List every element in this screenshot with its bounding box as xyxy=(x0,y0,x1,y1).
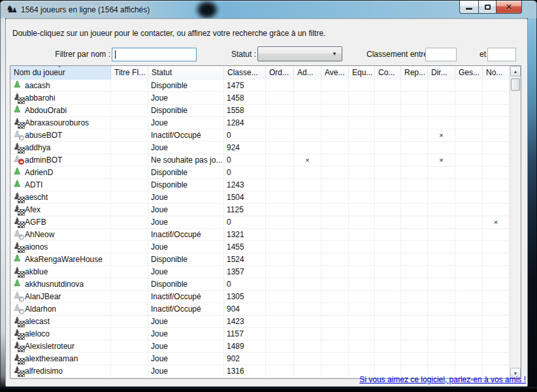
column-header-ord[interactable]: Ord... xyxy=(266,66,294,80)
title-bar[interactable]: ♞ ♟ 1564 joueurs en ligne (1564 affichés… xyxy=(0,0,537,18)
share-link[interactable]: Si vous aimez ce logiciel, parlez-en à v… xyxy=(359,375,526,384)
cell-name: ♟Aldarhon xyxy=(10,303,111,315)
table-row[interactable]: ♟adminBOTNe souhaite pas jo...0×× xyxy=(10,154,510,167)
green-pawn-icon: ♟ xyxy=(12,254,23,265)
maximize-button[interactable] xyxy=(478,1,496,14)
scrollbar-thumb[interactable] xyxy=(511,78,520,91)
filter-name-input[interactable] xyxy=(112,48,197,61)
table-row[interactable]: ♟AldarhonInactif/Occupé904 xyxy=(10,303,510,316)
cell-ges xyxy=(455,241,483,253)
table-row[interactable]: ♟AbdouOrabiDisponible1558 xyxy=(10,105,510,117)
cell-titre xyxy=(111,365,148,377)
cell-ges xyxy=(455,105,483,116)
column-header-statut[interactable]: Statut xyxy=(148,66,224,80)
minimize-button[interactable] xyxy=(459,1,478,14)
cell-ave xyxy=(321,216,349,228)
table-row[interactable]: ♟akblueJoue1357 xyxy=(10,266,510,278)
column-header-rep[interactable]: Rep... xyxy=(401,66,428,80)
classement-min-input[interactable] xyxy=(425,48,457,61)
column-header-ave[interactable]: Ave... xyxy=(321,66,349,80)
cell-classe: 904 xyxy=(224,303,266,315)
table-row[interactable]: ♟alelocoJoue1157 xyxy=(10,328,510,340)
cell-rep xyxy=(401,191,428,203)
cell-classe: 1423 xyxy=(224,316,266,327)
column-header-no[interactable]: No... xyxy=(483,66,510,80)
table-row[interactable]: ♟AlexisletroteurJoue1489 xyxy=(10,340,510,353)
statut-dropdown[interactable]: ▼ xyxy=(257,46,342,61)
column-header-name[interactable]: Nom du joueur▼ xyxy=(10,66,111,80)
filter-name-label: Filtrer par nom : xyxy=(19,50,110,59)
vertical-scrollbar[interactable]: ▲ ▼ xyxy=(510,66,521,378)
column-header-dir[interactable]: Dir... xyxy=(428,66,455,80)
close-button[interactable]: ✕ xyxy=(496,1,522,14)
column-header-co[interactable]: Co... xyxy=(375,66,401,80)
table-row[interactable]: ♟alecastJoue1423 xyxy=(10,316,510,328)
table-row[interactable]: ♟aacashDisponible1475 xyxy=(10,80,510,92)
column-header-classe[interactable]: Classe... xyxy=(224,66,266,80)
cell-rep xyxy=(401,92,428,104)
cell-titre xyxy=(111,291,148,302)
green-pawn-icon: ♟ xyxy=(12,180,23,190)
table-row[interactable]: ♟aionosJoue1455 xyxy=(10,241,510,253)
cell-no xyxy=(483,340,510,352)
cell-name: ♟Abraxasouroburos xyxy=(10,117,111,129)
cell-ad xyxy=(294,303,321,315)
cell-ad xyxy=(294,191,321,203)
cell-ord xyxy=(266,229,294,240)
cell-classe: 1504 xyxy=(224,191,266,203)
cell-statut: Inactif/Occupé xyxy=(148,229,224,240)
cell-statut: Disponible xyxy=(148,278,224,290)
classement-max-input[interactable] xyxy=(487,48,516,61)
table-row[interactable]: ♟ADTIDisponible1243 xyxy=(10,179,510,191)
player-name: AbdouOrabi xyxy=(25,105,67,116)
cell-equ xyxy=(349,129,375,141)
table-row[interactable]: ♟AkaRengaWareHouseDisponible1524 xyxy=(10,253,510,266)
cell-ord xyxy=(266,142,294,154)
column-header-ad[interactable]: Ad... xyxy=(294,66,321,80)
table-body: ♟aacashDisponible1475♟abbarohiJoue1458♟A… xyxy=(10,80,510,378)
filter-et-label: et xyxy=(480,50,486,59)
cell-ord xyxy=(266,365,294,377)
cell-name: ♟abbarohi xyxy=(10,92,111,104)
column-header-equ[interactable]: Equ... xyxy=(349,66,375,80)
cell-dir xyxy=(428,278,455,290)
cell-ord xyxy=(266,129,294,141)
table-row[interactable]: ♟AbraxasouroburosJoue1284 xyxy=(10,117,510,129)
cell-co xyxy=(375,316,401,327)
table-row[interactable]: ♟AlanJBearInactif/Occupé1305 xyxy=(10,291,510,303)
table-row[interactable]: ♟AGFBJoue0× xyxy=(10,216,510,229)
table-row[interactable]: ♟alextheseamanJoue902 xyxy=(10,353,510,365)
cell-classe: 1357 xyxy=(224,266,266,278)
column-header-label: Rep... xyxy=(404,68,425,77)
table-row[interactable]: ♟AhNeowInactif/Occupé1321 xyxy=(10,229,510,241)
cell-ord xyxy=(266,154,294,166)
pawn-checkerboard-icon: ♟ xyxy=(12,353,23,364)
table-row[interactable]: ♟aeschtJoue1504 xyxy=(10,191,510,204)
cell-no xyxy=(483,117,510,129)
cell-statut: Disponible xyxy=(148,167,224,178)
cell-rep xyxy=(401,154,428,166)
table-row[interactable]: ♟AdrienDDisponible0 xyxy=(10,167,510,179)
cell-ad xyxy=(294,204,321,216)
table-row[interactable]: ♟abbarohiJoue1458 xyxy=(10,92,510,105)
cell-co xyxy=(375,117,401,129)
cell-ave xyxy=(321,179,349,191)
cell-titre xyxy=(111,303,148,315)
table-row[interactable]: ♟AfexJoue1125 xyxy=(10,204,510,216)
pawn-checkerboard-icon: ♟ xyxy=(12,142,23,153)
cell-rep xyxy=(401,80,428,91)
cell-co xyxy=(375,154,401,166)
table-row[interactable]: ♟abuseBOTInactif/Occupé0× xyxy=(10,129,510,142)
player-name: Afex xyxy=(25,204,41,216)
table-row[interactable]: ♟akkhusnutdinovaDisponible0 xyxy=(10,278,510,291)
table-row[interactable]: ♟addhyaJoue924 xyxy=(10,142,510,154)
cell-dir xyxy=(428,340,455,352)
cell-ad xyxy=(294,328,321,340)
pawn-checkerboard-icon: ♟ xyxy=(12,341,23,351)
scroll-up-button[interactable]: ▲ xyxy=(510,66,521,76)
column-header-titre[interactable]: Titre FI... xyxy=(111,66,148,80)
player-name: akblue xyxy=(25,266,48,278)
cell-dir xyxy=(428,105,455,116)
cell-classe: 0 xyxy=(224,216,266,228)
column-header-ges[interactable]: Ges... xyxy=(455,66,483,80)
